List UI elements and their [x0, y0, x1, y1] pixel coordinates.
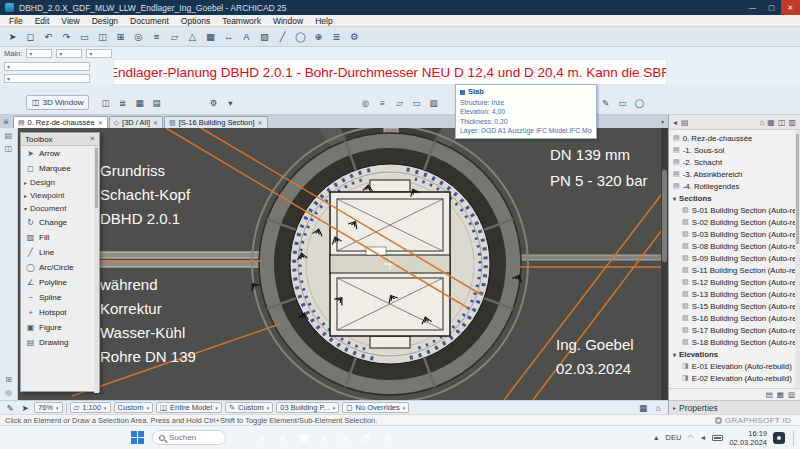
menu-item[interactable]: Teamwork	[216, 16, 267, 26]
quick-options-dropdown[interactable]: Custom▾	[114, 402, 153, 413]
layout-icon[interactable]: ▥	[788, 390, 795, 399]
grid-icon[interactable]: ▦	[767, 118, 775, 127]
pencil-icon[interactable]: ✎	[598, 96, 613, 109]
toolbox-document-tool[interactable]: ↻ Change	[21, 215, 99, 230]
document-group[interactable]: ▾ Document	[21, 202, 99, 215]
view-tab[interactable]: ▧ [S-16 Building Section] ✕	[164, 116, 268, 128]
marquee-tool[interactable]: ◻ Marquee	[21, 161, 99, 176]
menu-item[interactable]: Options	[175, 16, 216, 26]
design-group[interactable]: ▸ Design	[21, 176, 99, 189]
element-settings-dropdown[interactable]: ▾	[4, 62, 90, 71]
navigator-section-item[interactable]: ▧ S-03 Building Section (Auto-rebuild)	[673, 228, 800, 240]
canvas-vertical-scrollbar[interactable]	[661, 128, 668, 400]
menu-item[interactable]: Help	[309, 16, 338, 26]
home-icon[interactable]: ⌂	[652, 403, 664, 413]
text-tool-icon[interactable]: A	[238, 29, 255, 44]
graphisoft-id[interactable]: GRAPHISOFT ID	[715, 416, 795, 425]
layers-icon[interactable]: ≣	[115, 96, 130, 109]
view-tab[interactable]: ▤ 0. Rez-de-chaussée ✕	[13, 116, 108, 128]
wifi-icon[interactable]: ◠	[687, 434, 693, 442]
model-icon[interactable]: ◫	[778, 118, 786, 127]
navigator-story-item[interactable]: ▤ -3. Absinkbereich	[673, 168, 800, 180]
whatsapp-icon[interactable]: ☎	[296, 430, 311, 445]
navigator-section-item[interactable]: ▧ S-12 Building Section (Auto-rebuild)	[673, 276, 800, 288]
properties-header[interactable]: ▸ Properties	[669, 400, 800, 414]
battery-icon[interactable]	[712, 435, 723, 441]
search-input[interactable]	[169, 433, 219, 442]
window-tool-icon[interactable]: ⊞	[112, 29, 129, 44]
menu-item[interactable]: Edit	[29, 16, 56, 26]
beam-icon[interactable]: ≡	[375, 96, 390, 109]
navigator-section-item[interactable]: ▧ S-15 Building Section (Auto-rebuild)	[673, 300, 800, 312]
roof-tool-icon[interactable]: △	[184, 29, 201, 44]
archicad-icon[interactable]: A	[338, 430, 353, 445]
navigator-story-item[interactable]: ▤ -4. Rotliegendes	[673, 180, 800, 192]
model-filter-dropdown[interactable]: ◫Entire Model▾	[156, 402, 222, 413]
navigator-story-item[interactable]: ▤ -1. Sous-sol	[673, 144, 800, 156]
tab-list-icon[interactable]: ≣	[3, 118, 9, 126]
slab-tool-icon[interactable]: ▱	[166, 29, 183, 44]
notification-center-icon[interactable]	[773, 432, 785, 444]
navigator-section-item[interactable]: ▧ S-02 Building Section (Auto-rebuild)	[673, 216, 800, 228]
taskbar-clock[interactable]: 16:19 02.03.2024	[729, 429, 767, 447]
settings-app-icon[interactable]: ⚙	[380, 430, 395, 445]
file-explorer-icon[interactable]	[233, 430, 248, 445]
layers-icon[interactable]: ≣	[328, 29, 345, 44]
zoom-dropdown[interactable]: 76%▾	[34, 402, 63, 413]
navigator-section-item[interactable]: ▧ S-18 Building Section (Auto-rebuild)	[673, 336, 800, 348]
navigator-group-elevations[interactable]: ▾ Elevations	[673, 348, 800, 360]
viewpoint-group[interactable]: ▸ Viewpoint	[21, 189, 99, 202]
language-indicator[interactable]: DEU	[666, 433, 682, 442]
menu-item[interactable]: Document	[124, 16, 175, 26]
navigator-section-item[interactable]: ▧ S-16 Building Section (Auto-rebuild)	[673, 312, 800, 324]
home-icon[interactable]: ⌂	[759, 118, 764, 127]
menu-item[interactable]: Design	[86, 16, 124, 26]
back-icon[interactable]: ◂	[673, 118, 677, 127]
line-tool-icon[interactable]: ╱	[274, 29, 291, 44]
toolbox-document-tool[interactable]: ~ Spline	[21, 290, 99, 305]
project-map-icon[interactable]: ▤	[681, 118, 689, 127]
navigator-section-item[interactable]: ▧ S-11 Building Section (Auto-rebuild)	[673, 264, 800, 276]
story-icon[interactable]: ▤	[149, 96, 164, 109]
windows-start-button[interactable]	[130, 430, 145, 445]
menu-item[interactable]: Window	[267, 16, 309, 26]
navigator-elevation-item[interactable]: ◨ E-01 Elevation (Auto-rebuild)	[673, 360, 800, 372]
taskbar-search[interactable]	[152, 430, 226, 445]
tab-close-icon[interactable]: ✕	[98, 119, 103, 126]
toolbox-document-tool[interactable]: ╱ Line	[21, 245, 99, 260]
settings-icon[interactable]: ⚙	[346, 29, 363, 44]
caret-icon[interactable]: ▾	[223, 96, 238, 109]
eraser-icon[interactable]: ▭	[615, 96, 630, 109]
tab-overflow-icon[interactable]: ▾	[661, 118, 664, 125]
telegram-icon[interactable]: ➤	[317, 430, 332, 445]
scrollbar-thumb[interactable]	[662, 170, 667, 262]
arrow-icon[interactable]: ➤	[19, 403, 31, 413]
scale-dropdown[interactable]: ▱1:100▾	[70, 402, 111, 413]
arrow-tool-icon[interactable]: ➤	[4, 29, 21, 44]
navigator-section-item[interactable]: ▧ S-08 Building Section (Auto-rebuild)	[673, 240, 800, 252]
grid-icon[interactable]: ⊞	[5, 375, 12, 384]
door-icon[interactable]: ◫	[98, 96, 113, 109]
navigator-section-item[interactable]: ▧ S-01 Building Section (Auto-rebuild)	[673, 204, 800, 216]
pen-set-dropdown[interactable]: ✎Custom▾	[225, 402, 274, 413]
geometry-method-dropdown[interactable]: ▾	[4, 74, 90, 83]
mesh-tool-icon[interactable]: ▦	[202, 29, 219, 44]
minimize-button[interactable]: —	[743, 0, 762, 15]
navigator-story-item[interactable]: ▤ -2. Schacht	[673, 156, 800, 168]
target-icon[interactable]: ◎	[5, 388, 12, 397]
zone-icon[interactable]: ▧	[426, 96, 441, 109]
3d-window-button[interactable]: ◫ 3D Window	[26, 95, 89, 110]
navigator-section-item[interactable]: ▧ S-13 Building Section (Auto-rebuild)	[673, 288, 800, 300]
tray-chevron-up-icon[interactable]: ▲	[653, 434, 660, 441]
toolbox-document-tool[interactable]: ▣ Figure	[21, 320, 99, 335]
slab-icon[interactable]: ▱	[392, 96, 407, 109]
fill-tool-icon[interactable]: ▨	[256, 29, 273, 44]
navigator-section-item[interactable]: ▧ S-09 Building Section (Auto-rebuild)	[673, 252, 800, 264]
zoom-icon[interactable]: ⊕	[310, 29, 327, 44]
menu-item[interactable]: File	[3, 16, 29, 26]
gear-icon[interactable]: ⚙	[206, 96, 221, 109]
view-tab[interactable]: ◇ [3D / All] ✕	[109, 116, 163, 128]
acrobat-icon[interactable]: A	[275, 430, 290, 445]
close-button[interactable]: ✕	[781, 0, 800, 15]
toolbox-document-tool[interactable]: ▨ Fill	[21, 230, 99, 245]
